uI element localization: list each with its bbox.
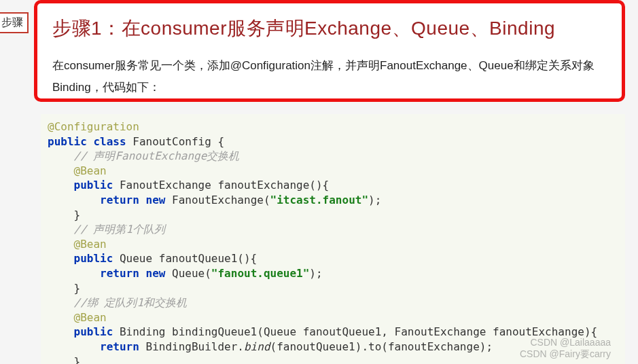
code-text: FanoutExchange fanoutExchange(){ — [113, 179, 329, 192]
code-kw: class — [93, 135, 126, 148]
step-title: 步骤1：在consumer服务声明Exchange、Queue、Binding — [52, 16, 607, 41]
code-text: bind — [244, 340, 270, 353]
code-annotation: @Bean — [74, 311, 107, 324]
code-kw: new — [146, 267, 166, 280]
code-kw: public — [48, 135, 87, 148]
code-comment: //绑 定队列1和交换机 — [74, 296, 188, 309]
code-string: "fanout.queue1" — [211, 267, 310, 280]
code-kw: public — [74, 179, 113, 192]
code-text: Queue fanoutQueue1(){ — [113, 252, 257, 265]
code-text: Queue( — [165, 267, 211, 280]
code-kw: return — [100, 340, 139, 353]
step-description: 在consumer服务常见一个类，添加@Configuration注解，并声明F… — [52, 55, 607, 99]
code-annotation: @Bean — [74, 238, 107, 251]
step-badge: 步骤 — [0, 12, 29, 33]
code-kw: return — [100, 194, 139, 206]
code-text: BindingBuilder. — [139, 340, 244, 353]
code-annotation: @Bean — [74, 164, 107, 177]
code-kw: return — [100, 267, 139, 280]
code-text: ); — [368, 194, 381, 206]
code-kw: public — [74, 252, 113, 265]
code-annotation: @Configuration — [48, 120, 139, 133]
code-comment: // 声明FanoutExchange交换机 — [74, 149, 240, 162]
code-kw: public — [74, 325, 113, 338]
code-comment: // 声明第1个队列 — [74, 223, 166, 236]
code-text: FanoutExchange( — [165, 194, 270, 206]
code-text: (fanoutQueue1).to(fanoutExchange); — [270, 340, 493, 353]
code-text: ); — [309, 267, 322, 280]
code-text: } — [74, 282, 81, 295]
code-text: } — [74, 355, 81, 365]
code-text: } — [74, 208, 81, 221]
code-string: "itcast.fanout" — [270, 194, 369, 206]
code-kw: new — [146, 194, 166, 206]
code-text: Binding bindingQueue1(Queue fanoutQueue1… — [113, 325, 597, 338]
code-block: @Configuration public class FanoutConfig… — [41, 114, 625, 364]
highlight-box: 步骤1：在consumer服务声明Exchange、Queue、Binding … — [34, 0, 625, 102]
code-text: FanoutConfig { — [132, 135, 224, 148]
